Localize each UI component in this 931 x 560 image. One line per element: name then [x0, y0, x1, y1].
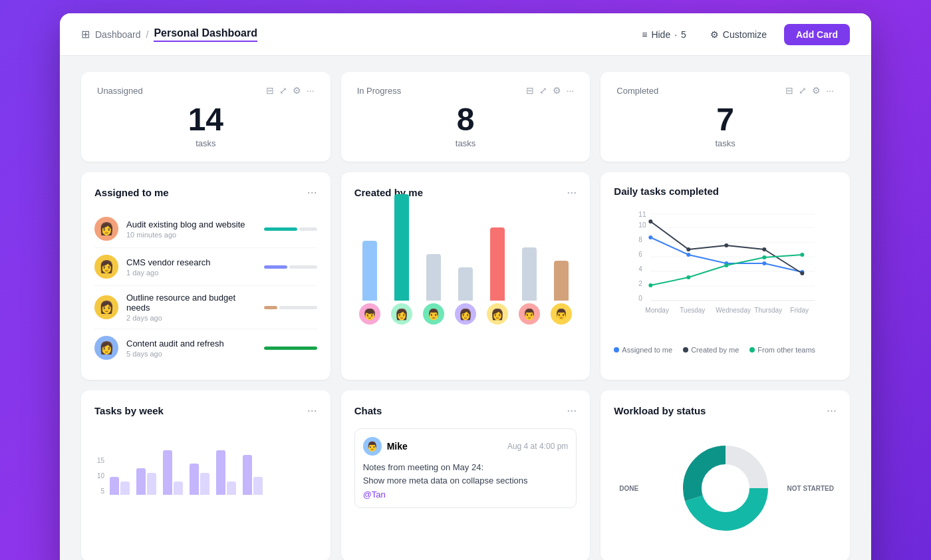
customize-label: Customize [723, 29, 767, 40]
unassigned-count: 14 [97, 104, 315, 136]
task-info: Audit existing blog and website 10 minut… [126, 219, 256, 239]
svg-text:Friday: Friday [791, 307, 809, 314]
list-item[interactable]: 👩 Outline resource and budget needs 2 da… [94, 286, 317, 329]
breadcrumb-parent[interactable]: Dashboard [95, 29, 141, 40]
workload-menu-icon[interactable]: ··· [827, 404, 837, 418]
chat-time: Aug 4 at 4:00 pm [507, 442, 568, 451]
svg-point-30 [801, 271, 805, 275]
bar [458, 267, 473, 301]
task-time: 1 day ago [126, 269, 256, 277]
dashboard-icon: ⊞ [81, 28, 90, 41]
avatar: 👩 [94, 255, 118, 279]
bar [394, 194, 409, 301]
bar-avatar: 👩 [455, 303, 476, 325]
svg-text:6: 6 [639, 251, 643, 258]
svg-rect-3 [289, 265, 317, 269]
list-item[interactable]: 👩 CMS vendor research 1 day ago [94, 248, 317, 286]
hide-button[interactable]: ≡ Hide · 5 [635, 25, 693, 44]
svg-point-21 [649, 235, 653, 239]
breadcrumb-current: Personal Dashboard [154, 27, 257, 42]
svg-text:0: 0 [639, 295, 643, 302]
settings-icon-2[interactable]: ⚙ [553, 85, 561, 96]
customize-button[interactable]: ⚙ Customize [704, 25, 773, 44]
y-label: 10 [97, 472, 104, 480]
bar-avatar: 👩 [487, 303, 508, 325]
daily-title: Daily tasks completed [614, 186, 719, 197]
task-info: CMS vendor research 1 day ago [126, 257, 256, 277]
tasks-by-week-card: Tasks by week ··· 15 10 5 [81, 390, 331, 560]
week-bar [227, 482, 236, 495]
filter-icon-2[interactable]: ⊟ [526, 85, 534, 96]
hide-count: · [674, 29, 677, 40]
task-time: 10 minutes ago [126, 231, 256, 239]
more-icon-3[interactable]: ··· [826, 85, 834, 96]
legend-label-teams: From other teams [757, 346, 815, 354]
chat-text-1: Notes from meeting on May 24: [363, 461, 569, 474]
svg-point-28 [725, 243, 729, 247]
y-label: 15 [97, 457, 104, 464]
hide-count-value: 5 [681, 29, 686, 40]
list-item[interactable]: 👩 Audit existing blog and website 10 min… [94, 210, 317, 248]
created-menu-icon[interactable]: ··· [567, 186, 577, 200]
assigned-to-me-card: Assigned to me ··· 👩 Audit existing blog… [81, 172, 331, 380]
week-bar [174, 482, 183, 495]
list-item[interactable]: 👩 Content audit and refresh 5 days ago [94, 329, 317, 366]
chat-mention[interactable]: @Tan [363, 490, 569, 499]
add-card-button[interactable]: Add Card [784, 24, 850, 45]
bar-groups [110, 428, 315, 495]
week-bar [243, 455, 252, 495]
inprogress-label: tasks [357, 138, 575, 148]
svg-rect-4 [264, 306, 277, 309]
week-menu-icon[interactable]: ··· [307, 404, 317, 418]
week-bar [253, 477, 263, 495]
chart-legend: Assigned to me Created by me From other … [614, 346, 837, 354]
expand-icon[interactable]: ⤢ [279, 85, 287, 96]
settings-icon[interactable]: ⚙ [293, 85, 301, 96]
chat-user: 👨 Mike [363, 437, 408, 456]
expand-icon-2[interactable]: ⤢ [539, 85, 547, 96]
chat-message[interactable]: 👨 Mike Aug 4 at 4:00 pm Notes from meeti… [354, 428, 577, 508]
bar [522, 247, 537, 301]
bar-group: 👦 [359, 241, 380, 325]
svg-text:Tuesday: Tuesday [680, 307, 706, 314]
bar-avatar: 👨 [551, 303, 572, 325]
created-title: Created by me [354, 187, 423, 198]
inprogress-count: 8 [357, 104, 575, 136]
done-label: DONE [619, 485, 638, 492]
progress-svg [264, 263, 317, 270]
bar-avatar: 👨 [519, 303, 540, 325]
stat-cards-row: Unassigned ⊟ ⤢ ⚙ ··· 14 tasks In Progres… [81, 72, 850, 162]
chat-meta: 👨 Mike Aug 4 at 4:00 pm [363, 437, 569, 456]
bottom-row: Tasks by week ··· 15 10 5 [81, 390, 850, 560]
settings-icon-3[interactable]: ⚙ [812, 85, 821, 96]
avatar: 👩 [94, 217, 118, 241]
progress-svg [264, 304, 317, 311]
chat-username: Mike [387, 441, 408, 452]
more-icon-2[interactable]: ··· [567, 85, 575, 96]
created-by-me-card: Created by me ··· 👦 👩 👨 [341, 172, 591, 380]
bar-group-week [216, 450, 236, 495]
svg-rect-6 [264, 347, 317, 350]
more-icon[interactable]: ··· [307, 85, 315, 96]
svg-text:Wednesday: Wednesday [716, 307, 751, 314]
bar-group: 👩 [455, 267, 476, 325]
expand-icon-3[interactable]: ⤢ [799, 85, 807, 96]
week-bar [147, 473, 156, 495]
svg-point-44 [702, 465, 749, 511]
chats-menu-icon[interactable]: ··· [567, 404, 577, 418]
legend-label-assigned: Assigned to me [622, 346, 672, 354]
unassigned-label: tasks [97, 138, 315, 148]
gear-icon: ⚙ [710, 29, 719, 40]
svg-point-24 [763, 261, 767, 265]
daily-tasks-card: Daily tasks completed 11 10 8 6 4 2 0 [600, 172, 850, 380]
completed-count: 7 [616, 104, 834, 136]
bar-group: 👨 [519, 247, 540, 325]
week-bar [136, 468, 146, 495]
filter-icon-3[interactable]: ⊟ [785, 85, 793, 96]
assigned-menu-icon[interactable]: ··· [307, 186, 317, 200]
stat-card-icons-2: ⊟ ⤢ ⚙ ··· [526, 85, 575, 96]
filter-icon[interactable]: ⊟ [266, 85, 274, 96]
task-time: 5 days ago [126, 350, 256, 358]
bar [554, 261, 569, 301]
bar-group-week [136, 468, 156, 495]
